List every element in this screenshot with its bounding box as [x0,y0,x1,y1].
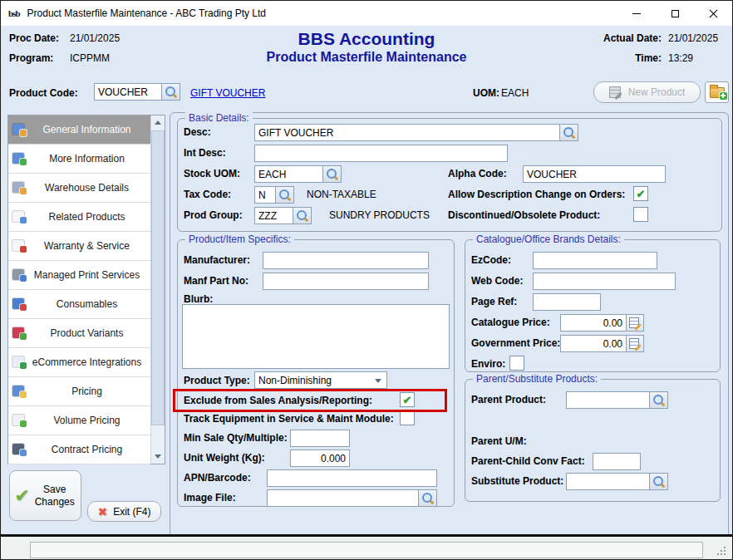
sidebar-item-label: Managed Print Services [27,269,150,281]
sidebar-item-label: eCommerce Integrations [27,356,150,368]
parent-child-conv-fact-input[interactable] [593,453,641,470]
stock-uom-lookup-button[interactable] [323,165,342,183]
parent-product-lookup-button[interactable] [650,391,668,409]
track-equipment-checkbox[interactable] [400,410,415,425]
min-sale-qty-label: Min Sale Qty/Multiple: [184,432,288,444]
warehouse-details-icon [12,182,27,194]
magnifier-icon [421,492,434,504]
manufacturer-label: Manufacturer: [184,254,250,266]
scroll-up-button[interactable] [151,115,165,130]
sidebar-item-pricing[interactable]: Pricing [8,377,150,406]
image-file-lookup-button[interactable] [419,489,437,507]
product-code-lookup-button[interactable] [162,83,180,101]
sidebar-item-warehouse-details[interactable]: Warehouse Details [8,174,150,203]
enviro-checkbox[interactable] [509,356,524,371]
substitute-product-input[interactable] [566,473,650,490]
magnifier-icon [652,394,665,406]
sidebar-item-related-products[interactable]: Related Products [8,203,150,232]
blurb-textarea[interactable] [182,304,450,369]
save-changes-button[interactable]: ✔ Save Changes [9,470,81,521]
sidebar-item-warranty-service[interactable]: Warranty & Service [8,232,150,261]
sidebar-item-contract-pricing[interactable]: Contract Pricing [8,435,150,464]
general-information-icon [12,124,27,136]
product-type-select[interactable]: Non-Diminishing [254,371,387,389]
open-product-folder-button[interactable] [705,81,729,103]
prod-group-input[interactable] [254,207,293,224]
parent-product-label: Parent Product: [471,394,546,405]
alpha-code-input[interactable] [523,165,666,183]
apn-barcode-label: APN/Barcode: [184,472,251,484]
tax-code-lookup-button[interactable] [276,186,294,204]
triangle-down-icon [155,454,161,459]
sidebar-item-label: Volume Pricing [27,415,150,426]
new-product-button[interactable]: New Product [593,81,701,103]
product-code-input[interactable] [94,83,162,101]
desc-label: Desc: [184,126,211,138]
prod-group-lookup-button[interactable] [293,207,312,224]
tax-code-description: NON-TAXABLE [307,189,376,200]
government-price-input[interactable] [560,335,627,352]
sidebar-item-label: More Information [27,153,150,165]
alpha-code-label: Alpha Code: [448,168,507,179]
discontinued-checkbox[interactable] [633,207,648,222]
maximize-button[interactable] [656,1,694,26]
min-sale-qty-input[interactable] [290,430,350,447]
scrollbar-thumb[interactable] [151,130,165,425]
sidebar-item-label: Warranty & Service [27,240,150,252]
sidebar-item-more-information[interactable]: More Information [8,145,150,174]
calculator-pencil-icon [629,338,641,349]
time-value: 13:29 [668,52,693,64]
exit-button[interactable]: ✖ Exit (F4) [87,501,161,522]
web-code-input[interactable] [533,273,676,290]
desc-lookup-button[interactable] [560,124,578,141]
image-file-label: Image File: [184,492,236,504]
product-code-label: Product Code: [9,87,78,99]
close-button[interactable] [694,1,732,26]
check-icon: ✔ [637,189,646,199]
triangle-up-icon [155,120,161,125]
exclude-sales-analysis-checkbox[interactable]: ✔ [400,392,415,407]
minimize-button[interactable] [617,1,656,26]
catalogue-price-input[interactable] [560,314,627,332]
stock-uom-input[interactable] [254,165,323,183]
allow-desc-change-checkbox[interactable]: ✔ [633,186,648,201]
product-description-link[interactable]: GIFT VOUCHER [190,87,265,99]
prod-group-description: SUNDRY PRODUCTS [329,209,430,221]
status-message-area [30,542,703,558]
sidebar-item-managed-print-services[interactable]: Managed Print Services [8,261,150,290]
tiles-icon [12,327,27,340]
unit-weight-input[interactable] [290,449,350,467]
actual-date-label: Actual Date: [598,32,662,44]
manf-part-no-input[interactable] [263,273,429,290]
tax-code-input[interactable] [254,186,276,204]
sidebar-item-product-variants[interactable]: Product Variants [8,319,150,348]
sidebar-item-consumables[interactable]: Consumables [8,290,150,319]
substitute-product-lookup-button[interactable] [650,473,668,490]
int-desc-input[interactable] [254,145,508,162]
apn-barcode-input[interactable] [267,469,437,487]
sidebar-scrollbar[interactable] [150,115,165,464]
manufacturer-input[interactable] [263,252,429,269]
ezcode-input[interactable] [533,252,657,269]
image-file-input[interactable] [267,489,419,507]
scroll-down-button[interactable] [151,449,165,464]
sidebar-item-label: Product Variants [27,327,150,339]
web-code-label: Web Code: [471,275,523,287]
stock-uom-label: Stock UOM: [184,168,240,179]
resize-grip-icon[interactable] [716,545,726,555]
sidebar-item-ecommerce-integrations[interactable]: eCommerce Integrations [8,348,150,377]
growth-chart-icon [12,415,27,427]
catalogue-price-edit-button[interactable] [627,314,644,332]
app-window: bsb Product Masterfile Maintenance - ABC… [0,0,733,560]
parent-substitute-products-title: Parent/Substitute Products: [473,373,601,385]
sidebar-item-general-information[interactable]: General Information [8,115,150,145]
parent-product-input[interactable] [566,391,650,409]
government-price-edit-button[interactable] [627,335,644,352]
sidebar-item-label: Consumables [27,298,150,310]
app-icon: bsb [8,8,20,18]
desc-input[interactable] [254,124,560,141]
sidebar-item-volume-pricing[interactable]: Volume Pricing [8,406,150,435]
unit-weight-label: Unit Weight (Kg): [184,452,265,464]
check-icon: ✔ [14,485,29,507]
page-ref-input[interactable] [533,293,601,311]
